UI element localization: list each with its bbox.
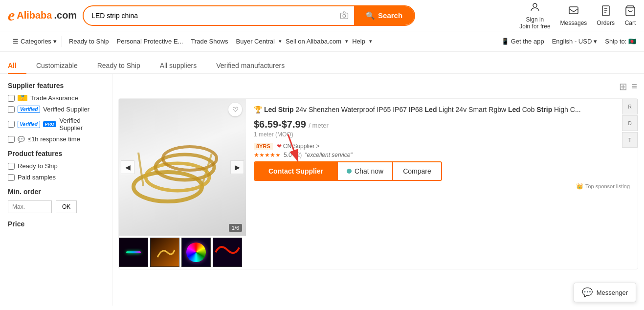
- thumb-1[interactable]: [119, 238, 148, 267]
- logo-text: Alibaba: [17, 10, 52, 21]
- tab-verified-manufacturers[interactable]: Verified manufacturers: [206, 58, 294, 73]
- search-icon: 🔍: [366, 11, 375, 20]
- action-buttons: Contact Supplier Chat now Compare: [254, 161, 442, 181]
- moq-info: 1 meter (MOQ): [254, 131, 630, 138]
- cart-action[interactable]: Cart: [624, 5, 636, 26]
- messenger-label: Messenger: [597, 289, 628, 296]
- nav-help[interactable]: Help: [348, 36, 369, 47]
- response-time-filter[interactable]: 💬 ≤1h response time: [8, 135, 104, 143]
- contact-supplier-button[interactable]: Contact Supplier: [255, 162, 337, 180]
- paid-samples-label: Paid samples: [18, 174, 56, 181]
- side-button-t[interactable]: T: [622, 132, 638, 148]
- wishlist-button[interactable]: ♡: [228, 103, 242, 116]
- product-wrapper: ◀ ▶ 1/6 ♡: [118, 98, 638, 269]
- product-features-title: Product features: [8, 150, 104, 157]
- join-label: Join for free: [519, 23, 550, 30]
- ready-to-ship-label: Ready to Ship: [18, 162, 58, 170]
- supplier-heart-icon: ❤: [277, 143, 282, 150]
- moq-value: 1 meter: [254, 131, 274, 138]
- cn-supplier[interactable]: ❤ CN Supplier >: [277, 143, 320, 150]
- rating-row: ★★★★★ 5.0 (2) "excellent service": [254, 152, 630, 158]
- thumbnail-row: [119, 236, 246, 269]
- review-quote: "excellent service": [305, 152, 352, 158]
- messages-action[interactable]: Messages: [560, 5, 587, 26]
- search-input[interactable]: [84, 7, 334, 24]
- categories-menu[interactable]: ☰ Categories ▾: [8, 36, 62, 47]
- list-view-icon[interactable]: ≡: [630, 80, 638, 93]
- svg-rect-3: [569, 7, 578, 14]
- sign-in-action[interactable]: Sign in Join for free: [519, 1, 550, 30]
- paid-samples-checkbox[interactable]: [8, 174, 15, 181]
- nav-sell-on[interactable]: Sell on Alibaba.com: [282, 36, 345, 47]
- messages-label: Messages: [560, 20, 587, 26]
- verified-pro-label: Verified Supplier: [59, 117, 104, 132]
- main-layout: Supplier features 🏅 Trade Assurance Veri…: [0, 74, 644, 306]
- trade-assurance-filter[interactable]: 🏅 Trade Assurance: [8, 94, 104, 102]
- nav-trade-shows[interactable]: Trade Shows: [187, 36, 232, 47]
- get-app-link[interactable]: 📱 Get the app: [501, 38, 544, 45]
- verified-pro-checkbox[interactable]: [8, 121, 15, 128]
- language-selector[interactable]: English - USD ▾: [552, 38, 598, 45]
- min-order-title: Min. order: [8, 188, 104, 196]
- compare-button[interactable]: Compare: [393, 162, 441, 180]
- ship-to[interactable]: Ship to: 🇧🇩: [605, 38, 636, 45]
- sponsored-label: 👑 Top sponsor listing: [254, 183, 630, 190]
- messenger-icon: 💬: [582, 287, 593, 298]
- verified-pro-filter[interactable]: Verified PRO Verified Supplier: [8, 117, 104, 132]
- product-title: 🏆 Led Strip 24v Shenzhen Waterproof IP65…: [254, 105, 630, 115]
- verified-supplier-filter[interactable]: Verified Verified Supplier: [8, 106, 104, 113]
- verified-supplier-checkbox[interactable]: [8, 106, 15, 113]
- product-image-area: ◀ ▶ 1/6 ♡: [119, 99, 246, 269]
- search-bar: 🔍 Search: [83, 5, 415, 26]
- search-button[interactable]: 🔍 Search: [354, 6, 414, 25]
- min-order-ok-button[interactable]: OK: [56, 200, 77, 213]
- nav-ready-to-ship[interactable]: Ready to Ship: [65, 36, 113, 47]
- tab-customizable[interactable]: Customizable: [26, 58, 88, 73]
- help-chevron: ▾: [369, 38, 372, 44]
- verified-badge: Verified: [18, 106, 40, 113]
- nav-buyer-central[interactable]: Buyer Central: [232, 36, 279, 47]
- tab-all[interactable]: All: [8, 58, 26, 73]
- title-bold-3: Led: [508, 106, 520, 113]
- price-range: $6.59-$7.99: [254, 119, 309, 130]
- rating-value: 5.0: [284, 152, 292, 158]
- mobile-icon: 📱: [501, 38, 509, 45]
- ready-to-ship-filter[interactable]: Ready to Ship: [8, 162, 104, 170]
- price-max: $7.99: [282, 119, 306, 130]
- price-unit: / meter: [309, 122, 328, 129]
- supplier-country: CN Supplier: [283, 143, 315, 150]
- verified-badge-2: Verified: [18, 121, 40, 128]
- alibaba-logo-icon: e: [8, 6, 15, 24]
- orders-icon: [600, 5, 612, 20]
- chat-dot: [347, 169, 352, 174]
- logo[interactable]: e Alibaba.com: [8, 6, 77, 24]
- trade-assurance-checkbox[interactable]: [8, 95, 15, 102]
- response-time-checkbox[interactable]: [8, 136, 15, 143]
- svg-point-2: [533, 3, 537, 7]
- thumb-3[interactable]: [181, 238, 211, 267]
- paid-samples-filter[interactable]: Paid samples: [8, 174, 104, 181]
- response-icon: 💬: [18, 136, 25, 143]
- svg-rect-4: [602, 6, 609, 16]
- side-button-r[interactable]: R: [622, 99, 638, 114]
- prev-image-button[interactable]: ◀: [121, 160, 134, 174]
- next-image-button[interactable]: ▶: [230, 160, 244, 174]
- thumb-2-svg: [153, 240, 177, 265]
- language-chevron: ▾: [594, 38, 597, 45]
- thumb-4-svg: [213, 238, 242, 267]
- nav-personal-protective[interactable]: Personal Protective E...: [113, 36, 187, 47]
- messenger-float[interactable]: 💬 Messenger: [574, 283, 636, 302]
- tab-ready-to-ship[interactable]: Ready to Ship: [88, 58, 150, 73]
- grid-view-icon[interactable]: ⊞: [618, 80, 628, 93]
- orders-action[interactable]: Orders: [597, 5, 615, 26]
- thumb-2[interactable]: [150, 238, 179, 267]
- side-button-d[interactable]: D: [622, 115, 638, 131]
- min-order-input[interactable]: [8, 200, 52, 213]
- tab-all-suppliers[interactable]: All suppliers: [150, 58, 206, 73]
- action-area: Contact Supplier Chat now Compare: [254, 161, 630, 181]
- camera-icon[interactable]: [334, 10, 354, 22]
- chat-now-button[interactable]: Chat now: [337, 162, 393, 180]
- ready-to-ship-checkbox[interactable]: [8, 163, 15, 170]
- heart-icon: ♡: [232, 106, 239, 113]
- thumb-4[interactable]: [213, 238, 242, 267]
